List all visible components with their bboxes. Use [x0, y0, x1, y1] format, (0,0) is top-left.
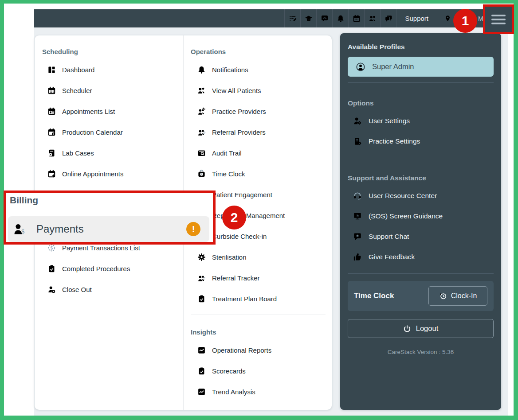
hamburger-icon [491, 15, 506, 16]
time-clock-label: Time Clock [354, 292, 428, 300]
headset-icon [353, 191, 362, 200]
support-link[interactable]: Support [396, 9, 437, 27]
task-list-icon [289, 15, 297, 23]
performance-bubble-icon-button[interactable] [316, 9, 332, 27]
clipboard-check-icon [197, 367, 206, 375]
sidebar-item-user-settings[interactable]: User Settings [348, 114, 494, 128]
screen-cursor-icon [353, 212, 362, 221]
person-circle-icon [356, 62, 365, 72]
sidebar-item-give-feedback[interactable]: Give Feedback [348, 250, 494, 264]
calendar-list-icon [47, 107, 56, 116]
lab-page-plus-icon [47, 149, 56, 157]
calendar-gear-icon [47, 128, 56, 136]
sidebar-item-practice-settings[interactable]: Practice Settings [348, 135, 494, 148]
education-icon-button[interactable] [300, 9, 316, 27]
warning-badge: ! [186, 222, 200, 236]
menu-item-lab-cases[interactable]: Lab Cases [42, 146, 183, 160]
providers-arrows-icon [197, 274, 206, 282]
notifications-bell-button[interactable] [332, 9, 348, 27]
menu-item-completed-procedures[interactable]: Completed Procedures [42, 262, 183, 276]
calendar-icon [353, 15, 361, 23]
section-title-billing: Billing [10, 195, 38, 206]
menu-item-production-calendar[interactable]: Production Calendar [42, 125, 183, 139]
screenshot-frame: Support SYDN.. M, I Scheduling Dashboard… [0, 0, 518, 420]
sidebar-item-sos-screen-guidance[interactable]: (SOS) Screen Guidance [348, 210, 494, 223]
menu-item-treatment-plan-board[interactable]: Treatment Plan Board [191, 292, 332, 306]
profile-super-admin-button[interactable]: Super Admin [348, 57, 494, 77]
clipboard-check-icon [197, 295, 206, 303]
power-icon [403, 325, 411, 333]
support-assistance-title: Support and Assistance [348, 164, 494, 182]
clock-in-button[interactable]: Clock-In [428, 286, 487, 306]
people-icon [197, 86, 206, 95]
clipboard-check-icon [47, 264, 56, 273]
annotation-step-1-badge: 1 [453, 9, 477, 33]
chart-icon [197, 388, 206, 396]
providers-arrows-icon [197, 128, 206, 136]
menu-item-practice-providers[interactable]: Practice Providers [191, 105, 332, 118]
menu-item-operational-reports[interactable]: Operational Reports [191, 343, 332, 357]
profile-sidebar: Available Profiles Super Admin Options U… [340, 33, 501, 410]
billing-callout-box: Billing Payments ! [4, 191, 216, 245]
annotation-step-2-badge: 2 [222, 206, 246, 229]
user-gear-icon [353, 117, 362, 125]
clock-arrow-icon [439, 292, 447, 300]
menu-item-dashboard[interactable]: Dashboard [42, 63, 183, 77]
main-menu-hamburger-button[interactable] [483, 4, 514, 34]
patients-button[interactable] [364, 9, 380, 27]
card-search-icon [197, 149, 206, 157]
menu-item-sterilisation[interactable]: Sterilisation [191, 250, 332, 264]
available-profiles-title: Available Profiles [348, 33, 494, 51]
sidebar-item-user-resource-center[interactable]: User Resource Center [348, 189, 494, 202]
menu-item-notifications[interactable]: Notifications [191, 63, 332, 77]
bag-clock-icon [197, 170, 206, 178]
gear-icon [197, 253, 206, 261]
menu-item-audit-trail[interactable]: Audit Trail [191, 146, 332, 160]
menu-item-referral-tracker[interactable]: Referral Tracker [191, 271, 332, 285]
menu-item-view-all-patients[interactable]: View All Patients [191, 84, 332, 97]
person-remove-icon [47, 285, 56, 294]
calendar-icon [47, 86, 56, 95]
menu-item-payments[interactable]: Payments ! [8, 216, 209, 242]
dashboard-grid-icon [47, 66, 56, 74]
version-text: CareStack Version : 5.36 [348, 349, 494, 355]
menu-item-close-out[interactable]: Close Out [42, 283, 183, 296]
section-title-insights: Insights [191, 315, 332, 336]
building-gear-icon [353, 137, 362, 146]
menu-item-referral-providers[interactable]: Referral Providers [191, 125, 332, 139]
section-title-scheduling: Scheduling [42, 35, 183, 56]
person-dollar-icon [13, 223, 26, 236]
sidebar-item-support-chat[interactable]: Support Chat [348, 230, 494, 243]
menu-column-scheduling: Scheduling Dashboard Scheduler Appointme… [35, 35, 183, 296]
calendar-button[interactable] [348, 9, 364, 27]
menu-item-online-appointments[interactable]: Online Appointments [42, 167, 183, 181]
menu-item-time-clock[interactable]: Time Clock [191, 167, 332, 181]
logout-button[interactable]: Logout [348, 319, 494, 338]
dollar-circle-icon [47, 244, 56, 252]
performance-bubble-icon [321, 15, 329, 23]
time-clock-panel: Time Clock Clock-In [348, 281, 494, 311]
bell-icon [197, 66, 206, 74]
section-title-operations: Operations [191, 35, 332, 56]
patients-icon [369, 15, 377, 23]
providers-icon [197, 107, 206, 116]
menu-item-scheduler[interactable]: Scheduler [42, 84, 183, 97]
menu-item-trend-analysis[interactable]: Trend Analysis [191, 385, 332, 399]
bell-icon [337, 15, 345, 23]
sidebar-divider [348, 157, 494, 157]
top-navbar: Support SYDN.. M, I [34, 9, 506, 27]
chat-gear-icon [353, 232, 362, 241]
location-pin-icon [444, 15, 451, 22]
thumbs-up-icon [353, 253, 362, 261]
chart-icon [197, 346, 206, 354]
menu-item-appointments-list[interactable]: Appointments List [42, 105, 183, 118]
messages-button[interactable] [380, 9, 396, 27]
menu-item-scorecards[interactable]: Scorecards [191, 364, 332, 378]
options-title: Options [348, 89, 494, 107]
messages-icon [385, 15, 392, 23]
sidebar-divider [348, 82, 494, 83]
education-icon [305, 15, 313, 23]
task-list-icon-button[interactable] [284, 9, 300, 27]
calendar-plus-icon [47, 170, 56, 178]
sidebar-divider [348, 273, 494, 274]
